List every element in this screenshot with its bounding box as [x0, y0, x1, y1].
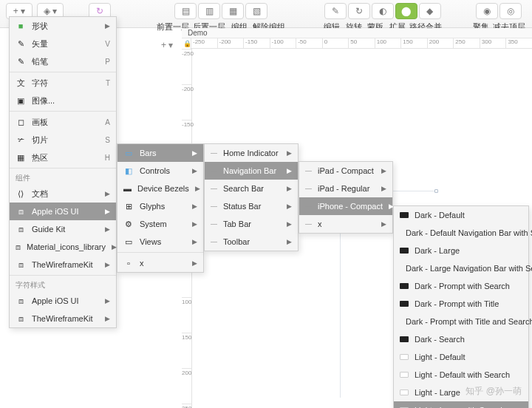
- tb-mask[interactable]: ◐: [372, 3, 394, 19]
- menu-item[interactable]: ⧈TheWireframeKit▶: [10, 256, 116, 273]
- menu-item[interactable]: —x▶: [299, 215, 392, 233]
- item-icon: ✎: [16, 38, 26, 49]
- menu-item[interactable]: ▣图像...: [10, 92, 116, 109]
- submenu-apple-ios-ui: ▭Bars▶◧Controls▶▬Device Bezels▶⊞Glyphs▶⚙…: [117, 143, 204, 273]
- menu-item[interactable]: ⚙System▶: [117, 215, 203, 233]
- menu-item[interactable]: ⊞Glyphs▶: [117, 197, 203, 215]
- menu-item[interactable]: ✃切片S: [10, 131, 116, 149]
- chevron-right-icon: ▶: [192, 167, 197, 174]
- chevron-right-icon: ▶: [381, 220, 386, 228]
- menu-item[interactable]: —iPad - Compact▶: [299, 162, 392, 180]
- item-icon: ⧈: [16, 224, 26, 234]
- menu-item[interactable]: —Status Bar▶: [205, 197, 298, 215]
- menu-item[interactable]: Dark - Default: [394, 206, 528, 224]
- menu-item[interactable]: ◧Controls▶: [117, 162, 203, 180]
- item-icon: ⧈: [16, 313, 26, 324]
- item-icon: ✎: [16, 56, 26, 67]
- menu-item[interactable]: Light - Default with Search: [394, 366, 528, 384]
- menu-item[interactable]: —iPad - Regular▶: [299, 180, 392, 197]
- menu-item[interactable]: ▭Views▶: [117, 233, 203, 251]
- chevron-right-icon: ▶: [105, 261, 110, 268]
- menu-item[interactable]: Dark - Search: [394, 330, 528, 348]
- tb-rotate[interactable]: ↻: [348, 3, 370, 19]
- watermark: 知乎 @孙一萌: [466, 385, 522, 398]
- item-icon: ⟨⟩: [16, 188, 26, 199]
- item-icon: ⧈: [16, 259, 26, 270]
- menu-item[interactable]: ▬Device Bezels▶: [117, 180, 203, 197]
- tb-subtract[interactable]: ◎: [499, 3, 522, 19]
- insert-menu: ■形状▶✎矢量V✎铅笔P文字符T▣图像...◻画板A✃切片S▦热区H组件⟨⟩文档…: [9, 16, 117, 328]
- menu-item[interactable]: ⧈Apple iOS UI▶: [10, 203, 116, 220]
- tb-back[interactable]: ▥: [198, 3, 220, 19]
- chevron-right-icon: ▶: [105, 315, 110, 322]
- item-icon: ■: [16, 21, 26, 31]
- item-icon: ◧: [123, 166, 134, 176]
- menu-item[interactable]: 文字符T: [10, 74, 116, 92]
- menu-item[interactable]: —Tab Bar▶: [205, 215, 298, 233]
- item-icon: ▦: [16, 152, 26, 163]
- menu-item[interactable]: ▦热区H: [10, 149, 116, 166]
- item-icon: ▭: [123, 148, 134, 158]
- chevron-right-icon: ▶: [287, 167, 292, 174]
- menu-item[interactable]: Dark - Large Navigation Bar with Search: [394, 259, 528, 277]
- tb-edit[interactable]: ✎: [324, 3, 347, 19]
- menu-item[interactable]: ⧈Guide Kit▶: [10, 220, 116, 238]
- submenu-navigation-bar: —iPad - Compact▶—iPad - Regular▶—iPhone …: [299, 161, 393, 234]
- document-tabs: Demo: [182, 28, 532, 38]
- add-page-icon[interactable]: + ▾: [161, 40, 173, 50]
- menu-item[interactable]: Light - Large with Search: [394, 401, 528, 408]
- menu-header: 组件: [10, 170, 116, 185]
- submenu-iphone-compact: Dark - DefaultDark - Default Navigation …: [393, 205, 529, 408]
- item-icon: ⧈: [16, 242, 21, 252]
- tb-ungroup[interactable]: ▧: [245, 3, 267, 19]
- tb-gather[interactable]: ◉: [476, 3, 498, 19]
- menu-item[interactable]: Dark - Prompt with Title: [394, 295, 528, 313]
- menu-item[interactable]: ⧈Apple iOS UI▶: [10, 292, 116, 310]
- menu-item[interactable]: ⧈TheWireframeKit▶: [10, 310, 116, 327]
- chevron-right-icon: ▶: [381, 185, 386, 192]
- menu-item[interactable]: ✎铅笔P: [10, 52, 116, 70]
- menu-item[interactable]: Dark - Default Navigation Bar with Searc…: [394, 224, 528, 242]
- menu-item[interactable]: ▭Bars▶: [117, 144, 203, 162]
- item-icon: ▬: [123, 183, 132, 194]
- tb-group[interactable]: ▦: [222, 3, 244, 19]
- menu-item[interactable]: Dark - Large: [394, 242, 528, 259]
- menu-item[interactable]: ⟨⟩文档▶: [10, 185, 116, 203]
- chevron-right-icon: ▶: [287, 149, 292, 157]
- item-icon: ✃: [16, 135, 26, 145]
- menu-item[interactable]: ✎矢量V: [10, 35, 116, 52]
- menu-item[interactable]: ▫x▶: [117, 254, 203, 272]
- menu-item[interactable]: Light - Default: [394, 348, 528, 366]
- item-icon: ▣: [16, 95, 26, 106]
- item-icon: ⧈: [16, 206, 26, 217]
- chevron-right-icon: ▶: [192, 149, 197, 157]
- chevron-right-icon: ▶: [195, 185, 200, 192]
- chevron-right-icon: ▶: [105, 297, 110, 305]
- menu-item[interactable]: —Home Indicator▶: [205, 144, 298, 162]
- chevron-right-icon: ▶: [287, 238, 292, 245]
- menu-item[interactable]: ⧈Material_icons_library▶: [10, 238, 116, 256]
- menu-item[interactable]: ◻画板A: [10, 113, 116, 131]
- chevron-right-icon: ▶: [287, 203, 292, 210]
- tb-expand[interactable]: ⬤: [395, 3, 417, 19]
- menu-item[interactable]: —Toolbar▶: [205, 233, 298, 251]
- menu-header: 字符样式: [10, 277, 116, 292]
- menu-item[interactable]: Dark - Prompt with Search: [394, 277, 528, 295]
- submenu-bars: —Home Indicator▶—Navigation Bar▶—Search …: [204, 143, 299, 251]
- chevron-right-icon: ▶: [381, 167, 386, 174]
- chevron-right-icon: ▶: [105, 22, 110, 30]
- chevron-right-icon: ▶: [192, 259, 197, 267]
- tb-front[interactable]: ▤: [174, 3, 197, 19]
- doc-tab[interactable]: Demo: [182, 28, 214, 38]
- item-icon: 文: [16, 78, 26, 88]
- chevron-right-icon: ▶: [105, 225, 110, 233]
- menu-item[interactable]: Dark - Prompt with Title and Search: [394, 313, 528, 330]
- item-icon: ◻: [16, 117, 26, 127]
- menu-item[interactable]: —Navigation Bar▶: [205, 162, 298, 180]
- chevron-right-icon: ▶: [112, 243, 117, 251]
- menu-item[interactable]: —iPhone - Compact▶: [299, 197, 392, 215]
- tb-path[interactable]: ◆: [419, 3, 441, 19]
- menu-item[interactable]: ■形状▶: [10, 17, 116, 35]
- menu-item[interactable]: —Search Bar▶: [205, 180, 298, 197]
- handle[interactable]: [434, 189, 438, 193]
